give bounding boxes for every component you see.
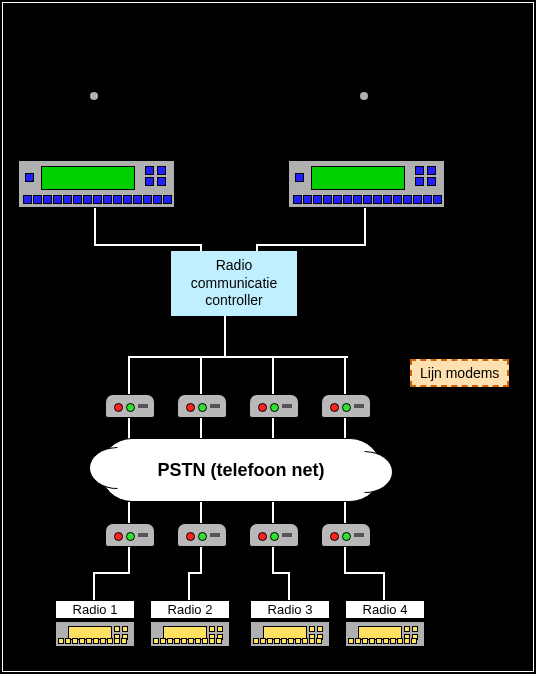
line-modem	[177, 523, 227, 547]
line-modem	[177, 394, 227, 418]
connector	[200, 502, 202, 524]
antenna	[364, 96, 366, 158]
line-modem	[105, 523, 155, 547]
antenna-tip	[360, 92, 368, 100]
connector	[364, 208, 366, 246]
connector	[95, 572, 130, 574]
modems-label-box: Lijn modems	[410, 359, 509, 387]
connector	[344, 356, 346, 394]
connector	[94, 208, 96, 246]
radio-device	[250, 621, 330, 647]
panel-display	[41, 166, 135, 190]
panel-led	[427, 177, 436, 186]
panel-led	[427, 166, 436, 175]
modems-label: Lijn modems	[420, 365, 499, 381]
connector	[224, 316, 226, 356]
panel-led	[145, 166, 154, 175]
panel-led	[157, 177, 166, 186]
connector	[272, 502, 274, 524]
connector	[344, 572, 384, 574]
frame	[2, 2, 534, 672]
connector	[200, 418, 202, 440]
radio-device	[55, 621, 135, 647]
connector	[128, 418, 130, 440]
connector	[258, 244, 366, 246]
panel-button-row	[23, 195, 172, 204]
diagram-canvas: Radio communicatie controller Lijn modem…	[0, 0, 536, 674]
connector	[344, 502, 346, 524]
radio-label: Radio 1	[55, 600, 135, 619]
remote-radio: Radio 2	[150, 600, 230, 647]
connector	[200, 244, 202, 252]
panel-led	[415, 177, 424, 186]
operator-radio-panel	[18, 160, 175, 208]
connector	[256, 244, 258, 252]
connector	[272, 356, 274, 394]
line-modem	[249, 523, 299, 547]
radio-device	[345, 621, 425, 647]
panel-led	[415, 166, 424, 175]
operator-radio-panel	[288, 160, 445, 208]
cloud-label: PSTN (telefoon net)	[158, 460, 325, 480]
line-modem	[249, 394, 299, 418]
radio-device	[150, 621, 230, 647]
connector	[344, 547, 346, 573]
panel-led	[157, 166, 166, 175]
connector	[128, 356, 348, 358]
radio-label: Radio 3	[250, 600, 330, 619]
connector	[128, 356, 130, 394]
connector	[188, 572, 202, 574]
connector	[344, 418, 346, 440]
panel-button-row	[293, 195, 442, 204]
connector	[128, 547, 130, 573]
panel-led	[145, 177, 154, 186]
line-modem	[321, 523, 371, 547]
pstn-cloud: PSTN (telefoon net)	[100, 438, 382, 502]
connector	[200, 547, 202, 573]
connector	[383, 572, 385, 600]
connector	[93, 572, 95, 600]
connector	[94, 244, 202, 246]
controller-box: Radio communicatie controller	[170, 250, 298, 317]
panel-led	[295, 173, 304, 182]
remote-radio: Radio 1	[55, 600, 135, 647]
connector	[272, 547, 274, 573]
remote-radio: Radio 4	[345, 600, 425, 647]
panel-display	[311, 166, 405, 190]
radio-label: Radio 4	[345, 600, 425, 619]
panel-led	[25, 173, 34, 182]
line-modem	[321, 394, 371, 418]
connector	[200, 356, 202, 394]
connector	[272, 418, 274, 440]
radio-label: Radio 2	[150, 600, 230, 619]
connector	[288, 572, 290, 600]
controller-label: Radio communicatie controller	[191, 257, 277, 308]
remote-radio: Radio 3	[250, 600, 330, 647]
connector	[128, 502, 130, 524]
line-modem	[105, 394, 155, 418]
connector	[188, 572, 190, 600]
antenna-tip	[90, 92, 98, 100]
antenna	[94, 96, 96, 158]
